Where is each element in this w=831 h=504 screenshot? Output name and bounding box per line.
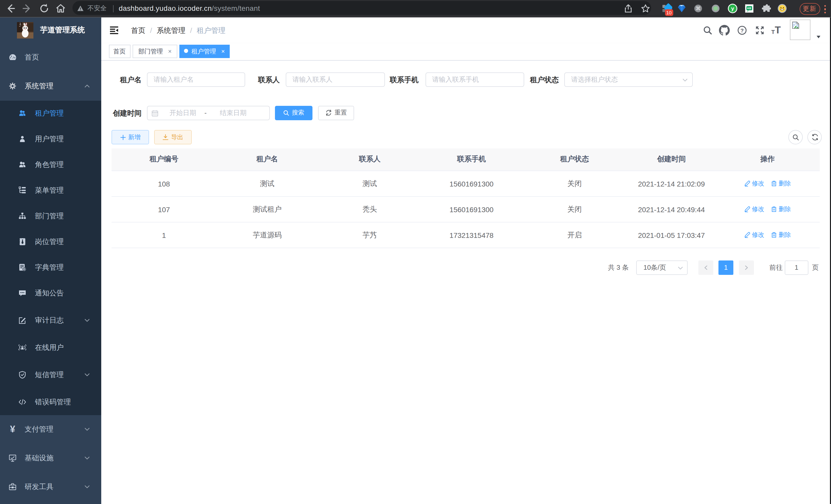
svg-text:y: y xyxy=(731,5,734,11)
svg-text:⌘: ⌘ xyxy=(695,6,701,11)
svg-text:?: ? xyxy=(740,27,744,33)
svg-text:¥: ¥ xyxy=(10,424,15,435)
